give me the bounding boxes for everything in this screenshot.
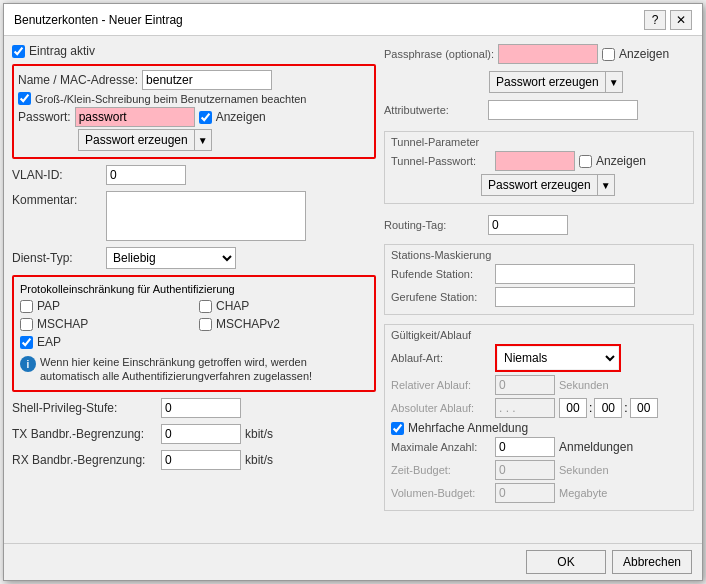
title-bar: Benutzerkonten - Neuer Eintrag ? ✕: [4, 4, 702, 36]
passphrase-label: Passphrase (optional):: [384, 48, 494, 60]
time-input-group: : :: [559, 398, 658, 418]
stations-group: Stations-Maskierung Rufende Station: Ger…: [384, 244, 694, 315]
vlan-row: VLAN-ID:: [12, 165, 376, 185]
attributwerte-row: Attributwerte:: [384, 100, 694, 120]
zeit-unit: Sekunden: [559, 464, 609, 476]
ablauf-art-select[interactable]: Niemals Relativ Absolut: [498, 347, 618, 369]
volumen-unit: Megabyte: [559, 487, 607, 499]
zeit-label: Zeit-Budget:: [391, 464, 491, 476]
eap-checkbox[interactable]: [20, 336, 33, 349]
ok-button[interactable]: OK: [526, 550, 606, 574]
dienst-select[interactable]: Beliebig: [106, 247, 236, 269]
protocol-grid: PAP CHAP MSCHAP MSCHAPv2: [20, 299, 368, 351]
rufende-label: Rufende Station:: [391, 268, 491, 280]
maximale-input[interactable]: [495, 437, 555, 457]
passphrase-anzeigen-label: Anzeigen: [619, 47, 669, 61]
info-text: Wenn hier keine Einschränkung getroffen …: [40, 355, 368, 384]
mschapv2-checkbox[interactable]: [199, 318, 212, 331]
close-button[interactable]: ✕: [670, 10, 692, 30]
pap-checkbox[interactable]: [20, 300, 33, 313]
right-panel: Passphrase (optional): Anzeigen Passwort…: [384, 44, 694, 535]
passwort-erzeugen-arrow[interactable]: ▼: [194, 129, 212, 151]
vlan-label: VLAN-ID:: [12, 168, 102, 182]
mschap-checkbox[interactable]: [20, 318, 33, 331]
gerufene-label: Gerufene Station:: [391, 291, 491, 303]
shell-input[interactable]: [161, 398, 241, 418]
chap-label: CHAP: [216, 299, 249, 313]
title-bar-buttons: ? ✕: [644, 10, 692, 30]
absoluter-date-input: [495, 398, 555, 418]
tunnel-passwort-input[interactable]: [495, 151, 575, 171]
kommentar-textarea[interactable]: [106, 191, 306, 241]
mehrfache-checkbox[interactable]: [391, 422, 404, 435]
passwort-input[interactable]: [75, 107, 195, 127]
name-input[interactable]: [142, 70, 272, 90]
mehrfache-row: Mehrfache Anmeldung: [391, 421, 687, 435]
tx-input[interactable]: [161, 424, 241, 444]
relativer-unit: Sekunden: [559, 379, 609, 391]
dialog-content: Eintrag aktiv Name / MAC-Adresse: Groß-/…: [4, 36, 702, 543]
attributwerte-input[interactable]: [488, 100, 638, 120]
protocol-box: Protokolleinschränkung für Authentifizie…: [12, 275, 376, 392]
eap-label: EAP: [37, 335, 61, 349]
volumen-label: Volumen-Budget:: [391, 487, 491, 499]
mschapv2-label: MSCHAPv2: [216, 317, 280, 331]
abbrechen-button[interactable]: Abbrechen: [612, 550, 692, 574]
rx-input[interactable]: [161, 450, 241, 470]
help-button[interactable]: ?: [644, 10, 666, 30]
maximale-label: Maximale Anzahl:: [391, 441, 491, 453]
ablauf-art-select-wrapper: Niemals Relativ Absolut: [495, 344, 621, 372]
stations-title: Stations-Maskierung: [391, 249, 687, 261]
volumen-input: [495, 483, 555, 503]
passwort-erzeugen-button[interactable]: Passwort erzeugen: [78, 129, 194, 151]
passphrase-erzeugen-arrow[interactable]: ▼: [605, 71, 623, 93]
time-second[interactable]: [630, 398, 658, 418]
passphrase-erzeugen-button[interactable]: Passwort erzeugen: [489, 71, 605, 93]
rx-row: RX Bandbr.-Begrenzung: kbit/s: [12, 450, 376, 470]
passphrase-input[interactable]: [498, 44, 598, 64]
tunnel-erzeugen-row: Passwort erzeugen ▼: [391, 174, 687, 196]
time-minute[interactable]: [594, 398, 622, 418]
relativer-label: Relativer Ablauf:: [391, 379, 491, 391]
gross-klein-row: Groß-/Klein-Schreibung beim Benutzername…: [18, 92, 370, 105]
eintrag-aktiv-row: Eintrag aktiv: [12, 44, 376, 58]
info-icon: i: [20, 356, 36, 372]
protocol-title: Protokolleinschränkung für Authentifizie…: [20, 283, 368, 295]
rufende-row: Rufende Station:: [391, 264, 687, 284]
routing-tag-label: Routing-Tag:: [384, 219, 484, 231]
relativer-row: Relativer Ablauf: Sekunden: [391, 375, 687, 395]
passphrase-anzeigen-checkbox[interactable]: [602, 48, 615, 61]
volumen-row: Volumen-Budget: Megabyte: [391, 483, 687, 503]
name-passwort-box: Name / MAC-Adresse: Groß-/Klein-Schreibu…: [12, 64, 376, 159]
anzeigen-checkbox-passwort[interactable]: [199, 111, 212, 124]
eintrag-aktiv-label: Eintrag aktiv: [29, 44, 95, 58]
tx-row: TX Bandbr.-Begrenzung: kbit/s: [12, 424, 376, 444]
gerufene-input[interactable]: [495, 287, 635, 307]
passphrase-erzeugen-row: Passwort erzeugen ▼: [384, 71, 694, 93]
rufende-input[interactable]: [495, 264, 635, 284]
tunnel-anzeigen-checkbox[interactable]: [579, 155, 592, 168]
tunnel-erzeugen-arrow[interactable]: ▼: [597, 174, 615, 196]
passphrase-row: Passphrase (optional): Anzeigen: [384, 44, 694, 64]
gueltigkeit-title: Gültigkeit/Ablauf: [391, 329, 687, 341]
tx-unit: kbit/s: [245, 427, 273, 441]
dialog-footer: OK Abbrechen: [4, 543, 702, 580]
gross-klein-checkbox[interactable]: [18, 92, 31, 105]
routing-tag-input[interactable]: [488, 215, 568, 235]
chap-row: CHAP: [199, 299, 368, 313]
chap-checkbox[interactable]: [199, 300, 212, 313]
passphrase-erzeugen-splitbtn: Passwort erzeugen ▼: [489, 71, 623, 93]
time-hour[interactable]: [559, 398, 587, 418]
tunnel-erzeugen-button[interactable]: Passwort erzeugen: [481, 174, 597, 196]
vlan-input[interactable]: [106, 165, 186, 185]
gueltigkeit-group: Gültigkeit/Ablauf Ablauf-Art: Niemals Re…: [384, 324, 694, 511]
routing-tag-row: Routing-Tag:: [384, 215, 694, 235]
eintrag-aktiv-checkbox[interactable]: [12, 45, 25, 58]
zeit-input: [495, 460, 555, 480]
passwort-label: Passwort:: [18, 110, 71, 124]
tunnel-group: Tunnel-Parameter Tunnel-Passwort: Anzeig…: [384, 131, 694, 204]
mschap-label: MSCHAP: [37, 317, 88, 331]
name-row: Name / MAC-Adresse:: [18, 70, 370, 90]
anzeigen-label-passwort: Anzeigen: [216, 110, 266, 124]
absoluter-row: Absoluter Ablauf: : :: [391, 398, 687, 418]
